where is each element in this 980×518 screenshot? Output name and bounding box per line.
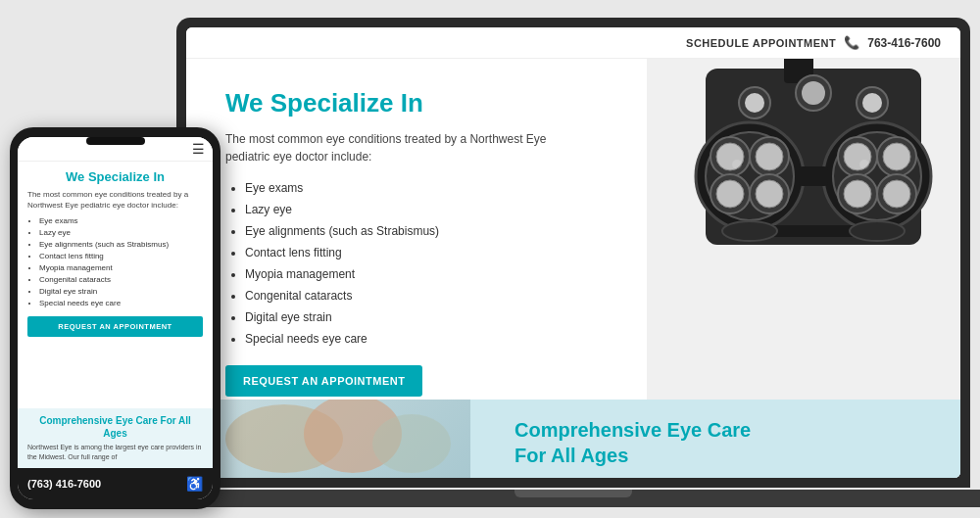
request-appointment-button[interactable]: REQUEST AN APPOINTMENT: [225, 365, 422, 397]
phone-list-item: Lazy eye: [39, 228, 203, 237]
phone-comprehensive-title: Comprehensive Eye Care For All Ages: [27, 414, 203, 440]
comprehensive-title-line2: For All Ages: [514, 443, 751, 468]
list-item: Contact lens fitting: [245, 244, 617, 261]
phone-specialize-title: We Specialize In: [27, 169, 203, 184]
phone-bottom-section: Comprehensive Eye Care For All Ages Nort…: [18, 408, 213, 499]
phone-footer-phone-number: (763) 416-7600: [27, 478, 101, 490]
phone-list-item: Special needs eye care: [39, 299, 203, 307]
hamburger-icon[interactable]: ☰: [192, 141, 205, 157]
svg-point-26: [802, 81, 825, 105]
svg-point-9: [716, 180, 744, 208]
phone-comprehensive-section: Comprehensive Eye Care For All Ages Nort…: [18, 408, 213, 468]
phone-footer-bar: (763) 416-7600 ♿: [18, 468, 213, 499]
phone-comprehensive-desc: Northwest Eye is among the largest eye c…: [27, 443, 203, 462]
list-item: Eye alignments (such as Strabismus): [245, 222, 617, 240]
laptop-bezel: SCHEDULE APPOINTMENT 📞 763-416-7600 We S…: [176, 18, 970, 488]
svg-point-21: [883, 180, 910, 208]
specialize-description: The most common eye conditions treated b…: [225, 130, 578, 165]
list-item: Digital eye strain: [245, 308, 617, 326]
list-item: Special needs eye care: [245, 330, 617, 348]
phone-list-item: Digital eye strain: [39, 287, 203, 296]
phone-specialize-list: Eye exams Lazy eye Eye alignments (such …: [27, 216, 203, 307]
phone-list-item: Congenital cataracts: [39, 275, 203, 284]
comprehensive-title-line1: Comprehensive Eye Care: [514, 417, 751, 443]
wheelchair-icon: ♿: [186, 476, 203, 492]
svg-point-31: [850, 221, 905, 241]
phone-list-item: Eye exams: [39, 216, 203, 225]
phoropter-image: [647, 59, 960, 343]
phone-list-item: Eye alignments (such as Strabismus): [39, 240, 203, 249]
svg-point-33: [859, 160, 869, 169]
svg-point-19: [844, 180, 871, 208]
list-item: Myopia management: [245, 265, 617, 283]
phone-list-item: Myopia management: [39, 263, 203, 272]
phone-bezel: ☰ We Specialize In The most common eye c…: [10, 127, 220, 509]
phone-request-appointment-button[interactable]: REQUEST AN APPOINTMENT: [27, 316, 203, 337]
list-item: Lazy eye: [245, 201, 617, 218]
phone-content: We Specialize In The most common eye con…: [18, 162, 213, 345]
schedule-label: SCHEDULE APPOINTMENT: [686, 37, 836, 49]
list-item: Eye exams: [245, 179, 617, 197]
phone-device: ☰ We Specialize In The most common eye c…: [10, 127, 220, 509]
comprehensive-section: Comprehensive Eye Care For All Ages: [186, 400, 960, 478]
phone-list-item: Contact lens fitting: [39, 252, 203, 260]
phone-screen: ☰ We Specialize In The most common eye c…: [18, 137, 213, 499]
svg-point-30: [722, 221, 777, 241]
svg-point-24: [745, 93, 764, 113]
svg-point-7: [756, 143, 783, 170]
svg-point-32: [732, 160, 742, 169]
svg-point-17: [883, 143, 910, 170]
laptop-screen: SCHEDULE APPOINTMENT 📞 763-416-7600 We S…: [186, 27, 960, 478]
header-phone-number: 763-416-7600: [867, 36, 941, 50]
phone-icon: 📞: [844, 35, 859, 50]
site-header: SCHEDULE APPOINTMENT 📞 763-416-7600: [186, 27, 960, 59]
specialize-list: Eye exams Lazy eye Eye alignments (such …: [225, 179, 617, 348]
comprehensive-title: Comprehensive Eye Care For All Ages: [514, 417, 751, 468]
svg-point-28: [862, 93, 882, 113]
phone-description: The most common eye conditions treated b…: [27, 189, 203, 211]
phone-notch: [86, 137, 145, 145]
svg-point-11: [756, 180, 783, 208]
list-item: Congenital cataracts: [245, 287, 617, 305]
laptop-base: [147, 490, 980, 507]
laptop-device: SCHEDULE APPOINTMENT 📞 763-416-7600 We S…: [176, 18, 970, 507]
svg-point-36: [372, 414, 451, 473]
specialize-title: We Specialize In: [225, 88, 617, 118]
svg-rect-22: [799, 166, 828, 186]
